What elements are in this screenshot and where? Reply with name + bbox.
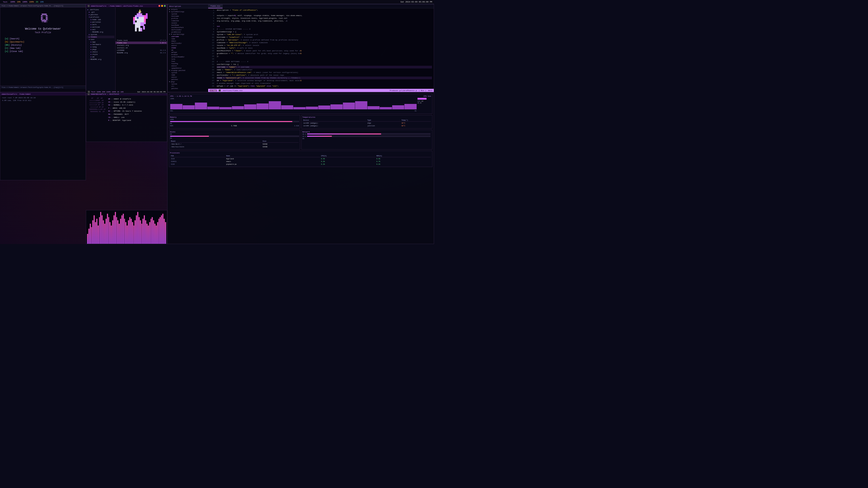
fm-tree-themes[interactable]: ▶ themes — [87, 36, 114, 38]
outline-wm[interactable]: wm — [168, 49, 208, 51]
fm-tree-system[interactable]: ▶ system — [87, 33, 114, 36]
term-content-area[interactable]: root root 7.2M 2024-03-09 16:34 4.6M sum… — [0, 96, 86, 180]
outline-pkgs-src[interactable]: src — [168, 85, 208, 88]
temps-th-type: Type — [367, 119, 401, 122]
outline-outputs[interactable]: ▶ outputs — [168, 8, 208, 11]
fm-file-readmeorg[interactable]: README.org 40.4 K — [116, 52, 167, 54]
outline-pkgs[interactable]: ▼ pkgs — [168, 80, 208, 83]
editor-tab-flakenix[interactable]: flake.nix — [208, 4, 223, 8]
fm-tree-patches[interactable]: ▶ patches — [87, 13, 114, 16]
qb-search-item[interactable]: [o] [Search] — [5, 37, 81, 40]
outline-profile[interactable]: profile — [168, 18, 208, 20]
fm-file-installsh[interactable]: install.sh — [116, 46, 167, 49]
qb-quickmarks-item[interactable]: [b] [Quickmarks] — [5, 41, 81, 43]
fm-tree-git[interactable]: ▶ .git — [87, 11, 114, 13]
fm-tree-worklab[interactable]: ▶ worklab — [87, 26, 114, 28]
outline-spawneditor[interactable]: spawnEditor — [168, 67, 208, 69]
fm-tree-wm[interactable]: ▶ wm — [87, 56, 114, 58]
outline-fontpkg[interactable]: fontPkg — [168, 63, 208, 65]
outline-np-system[interactable]: system — [168, 72, 208, 74]
fm-tree-dotfiles[interactable]: ▶ .dotfiles — [87, 8, 114, 11]
editor-code-area[interactable]: 12345 678910 1112131415 1617181920 21222… — [208, 8, 434, 89]
outline-username[interactable]: username — [168, 35, 208, 38]
fm-file-license[interactable]: LICENSE 34.2 K — [116, 49, 167, 52]
memory-percent-label: 100% — [170, 119, 299, 121]
outline-editor2[interactable]: editor — [168, 65, 208, 67]
outline-dotfilesdir2[interactable]: dotfilesDir — [168, 42, 208, 44]
outline-pkgs-patches[interactable]: patches — [168, 88, 208, 90]
fm-filesize: 40.4 K — [154, 52, 166, 54]
temp-row-1: card00 (amdgpu): edge 49°C — [303, 122, 431, 124]
fm-tree-work[interactable]: ▶ work — [87, 23, 114, 26]
fm-tree-homelab[interactable]: ▶ home lab — [87, 18, 114, 21]
top-statusbar: Tech 100% 20% 100% 100% 2S 10S Sat 2024-… — [0, 0, 434, 4]
fm-file-flakelock[interactable]: flake.lock 27.5 K — [116, 39, 167, 41]
fm-filename: install.sh — [117, 47, 154, 49]
qb-newtab-item[interactable]: [t] [New tab] — [5, 47, 81, 50]
outline-hostname[interactable]: hostname — [168, 15, 208, 18]
cpu-avg-val: 13 — [421, 100, 423, 102]
outline-pkgs-system[interactable]: system — [168, 83, 208, 85]
fm-tree-readme-profiles[interactable]: ○ README.org — [87, 31, 114, 33]
fm-tree-item-label: README.org — [90, 58, 101, 60]
outline-locale[interactable]: locale — [168, 22, 208, 24]
outline-bootmountpath[interactable]: bootMountPath — [168, 26, 208, 29]
fm-tree-user[interactable]: ▼ user — [87, 38, 114, 41]
svg-rect-14 — [138, 11, 141, 12]
neofetch-window: ⬛ emmet@snowfire — distfetch // // // ::… — [86, 92, 167, 142]
fm-tree-lang[interactable]: ▶ lang — [87, 46, 114, 48]
fm-wm-buttons — [158, 5, 166, 7]
qb-closetab-item[interactable]: [x] [Close tab] — [5, 50, 81, 53]
fm-tree-pkgs[interactable]: ▶ pkgs — [87, 48, 114, 51]
proc-row-3: 5150 pipewire-pu 0.1% 0.1% — [170, 163, 431, 165]
fm-tree-wsl[interactable]: ▶ wsl — [87, 28, 114, 31]
outline-system[interactable]: system — [168, 13, 208, 15]
fm-minimize-button[interactable] — [161, 5, 163, 7]
outline-timezone[interactable]: timezone — [168, 20, 208, 22]
mem-val: 100% — [29, 1, 34, 3]
outline-nixpkgspatched[interactable]: ▼ nixpkgs-patched — [168, 69, 208, 72]
outline-np-name[interactable]: name — [168, 74, 208, 76]
outline-np-editor[interactable]: editor — [168, 76, 208, 78]
outline-np-patches[interactable]: patches — [168, 78, 208, 80]
folder-icon: ▶ — [91, 46, 92, 48]
memory-title: Memory — [170, 116, 299, 118]
svg-rect-17 — [146, 13, 148, 19]
qb-search-key: [o] — [5, 38, 8, 40]
fm-tree-hardware[interactable]: ▶ hardware — [87, 43, 114, 46]
outline-name[interactable]: name — [168, 38, 208, 40]
outline-browser[interactable]: browser — [168, 54, 208, 56]
workspace-tech[interactable]: Tech — [2, 1, 8, 3]
outline-bootmode[interactable]: bootMode — [168, 24, 208, 26]
outline-usersettings[interactable]: ▼ ▼ userSettings — [168, 33, 208, 35]
folder-icon: ▶ — [91, 19, 92, 21]
fm-tree-readme-root[interactable]: ○ README.org — [87, 58, 114, 61]
outline-theme[interactable]: theme — [168, 47, 208, 49]
outline-editor[interactable]: editor — [168, 44, 208, 47]
datetime: Sat 2024-03-09 05:06:00 PM — [401, 1, 432, 3]
outline-grubdevice[interactable]: grubDevice — [168, 31, 208, 33]
fm-tree-shell[interactable]: ▶ shell — [87, 51, 114, 53]
fm-tree-style[interactable]: ▶ style — [87, 53, 114, 56]
fm-tree-app[interactable]: ▶ app — [87, 41, 114, 43]
sysmon-content-area: CPU ~ 1.53 1.14 0.78 CPU Use 100% 60s 0s… — [167, 92, 434, 168]
fm-tree-personal[interactable]: ▶ personal — [87, 21, 114, 23]
folder-icon: ▶ — [89, 36, 90, 38]
outline-font[interactable]: font — [168, 60, 208, 63]
fm-maximize-button[interactable] — [164, 5, 166, 7]
fm-file-installorg[interactable]: install.org — [116, 44, 167, 46]
proc-th-name: Name — [226, 155, 320, 157]
outline-wmtype[interactable]: wmType — [168, 51, 208, 54]
qb-history-item[interactable]: [$h] [History] — [5, 44, 81, 46]
outline-email[interactable]: email — [168, 40, 208, 42]
fm-file-flakenix[interactable]: flake.nix 2.26 K — [116, 41, 167, 44]
outline-systemsettings[interactable]: ▼ systemSettings — [168, 11, 208, 13]
qb-urlbar[interactable]: file:///home/emmet/.browser/Tech/config/… — [0, 86, 86, 89]
nf-label-kernel: KE — [108, 104, 111, 106]
fm-tree-profiles[interactable]: ▼ profiles — [87, 16, 114, 18]
outline-dotfilesdir[interactable]: dotfilesDir — [168, 29, 208, 31]
fm-close-button[interactable] — [158, 5, 160, 7]
outline-defaultroamdir[interactable]: defaultRoamDir — [168, 56, 208, 58]
outline-term[interactable]: term — [168, 58, 208, 60]
vis-bar — [149, 222, 150, 244]
